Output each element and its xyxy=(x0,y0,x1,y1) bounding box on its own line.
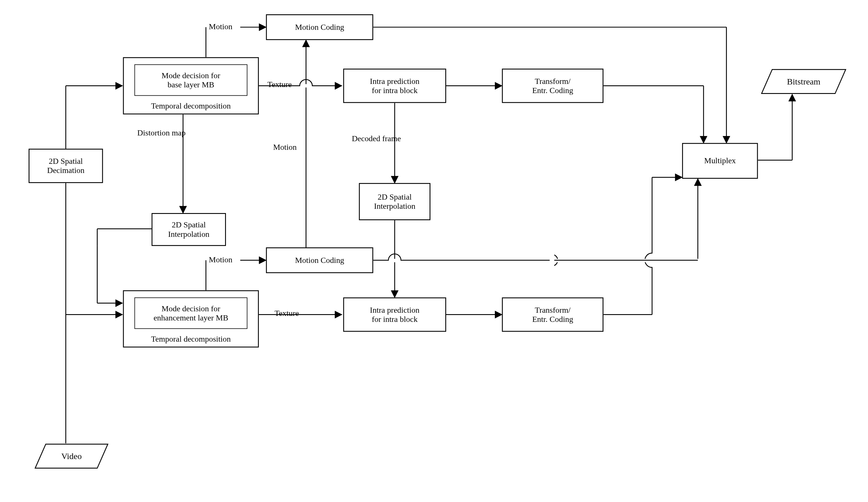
block-intra-top: Intra predictionfor intra block xyxy=(343,69,446,103)
edge-label-motion-bot: Motion xyxy=(209,255,232,264)
block-spatial-interp-dec: 2D SpatialInterpolation xyxy=(359,183,431,220)
block-motion-coding-bot: Motion Coding xyxy=(266,247,373,273)
block-motion-coding-top: Motion Coding xyxy=(266,14,373,40)
block-multiplex: Multiplex xyxy=(682,143,758,179)
block-label: Multiplex xyxy=(704,156,736,165)
block-intra-bot: Intra predictionfor intra block xyxy=(343,298,446,332)
edge-label-motion-mid: Motion xyxy=(273,143,297,152)
block-label: Intra predictionfor intra block xyxy=(370,76,420,95)
block-xform-bot: Transform/Entr. Coding xyxy=(502,298,604,332)
edge-label-texture-top: Texture xyxy=(268,80,292,89)
block-xform-top: Transform/Entr. Coding xyxy=(502,69,604,103)
io-label: Video xyxy=(34,451,109,461)
edge-label-texture-bot: Texture xyxy=(275,309,299,318)
edge-label-decoded: Decoded frame xyxy=(352,134,401,143)
io-label: Bitstream xyxy=(761,77,847,86)
edge-label-motion-top: Motion xyxy=(209,22,232,31)
io-video: Video xyxy=(34,443,109,469)
diagram-stage: 2D SpatialDecimation Temporal decomposit… xyxy=(0,0,867,501)
block-label: Motion Coding xyxy=(295,256,344,265)
block-label: Transform/Entr. Coding xyxy=(532,305,573,324)
block-label: Motion Coding xyxy=(295,23,344,32)
block-label: Intra predictionfor intra block xyxy=(370,305,420,324)
io-bitstream: Bitstream xyxy=(761,69,847,94)
block-label: 2D SpatialInterpolation xyxy=(374,193,415,211)
block-label: Transform/Entr. Coding xyxy=(532,76,573,95)
edge-label-distortion: Distortion map xyxy=(137,129,186,137)
